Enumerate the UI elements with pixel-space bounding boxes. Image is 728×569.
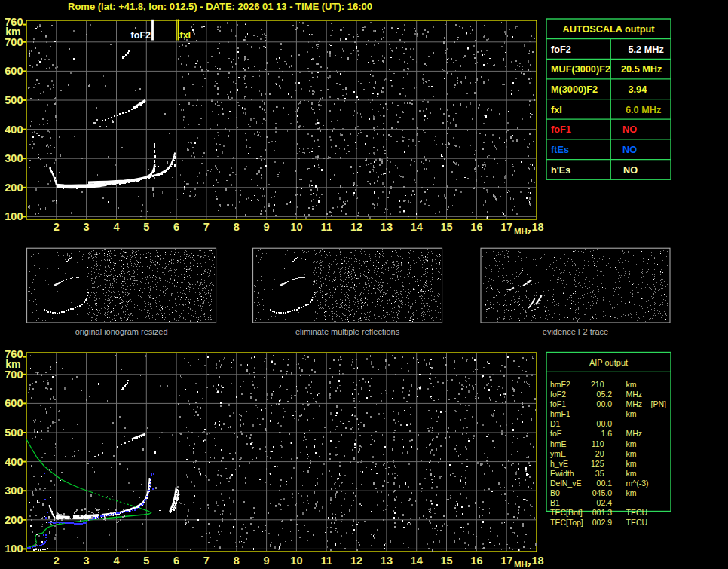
- svg-text:8: 8: [234, 221, 240, 233]
- svg-text:TECU: TECU: [626, 508, 648, 517]
- svg-text:4: 4: [113, 221, 119, 233]
- svg-text:02.4: 02.4: [597, 498, 613, 507]
- svg-text:[PN]: [PN]: [651, 399, 667, 408]
- svg-text:TEC[Bot]: TEC[Bot]: [550, 508, 583, 517]
- svg-text:002.9: 002.9: [592, 518, 612, 527]
- svg-text:Ewidth: Ewidth: [550, 469, 574, 478]
- svg-text:foF1: foF1: [551, 124, 571, 135]
- svg-text:3: 3: [84, 221, 90, 233]
- svg-text:foF2: foF2: [550, 390, 566, 399]
- svg-text:300: 300: [5, 152, 23, 164]
- svg-text:MHz: MHz: [626, 399, 643, 408]
- svg-text:14: 14: [411, 221, 423, 233]
- svg-text:foF1: foF1: [550, 399, 566, 408]
- svg-text:fxI: fxI: [551, 105, 562, 115]
- svg-text:5.2 MHz: 5.2 MHz: [629, 44, 664, 55]
- svg-text:NO: NO: [623, 165, 638, 176]
- svg-text:B1: B1: [550, 498, 560, 507]
- svg-text:TEC[Top]: TEC[Top]: [550, 518, 583, 527]
- svg-text:125: 125: [591, 459, 604, 468]
- svg-text:MHz: MHz: [626, 429, 643, 438]
- svg-text:6: 6: [173, 221, 179, 233]
- svg-text:11: 11: [321, 555, 332, 567]
- svg-text:5: 5: [143, 555, 149, 567]
- svg-text:evidence F2 trace: evidence F2 trace: [543, 327, 608, 336]
- svg-text:km: km: [626, 439, 637, 448]
- svg-text:18: 18: [531, 555, 543, 567]
- svg-text:13: 13: [381, 221, 393, 233]
- svg-text:35: 35: [595, 469, 604, 478]
- svg-text:Rome (lat: +41.8, lon: 012.5): Rome (lat: +41.8, lon: 012.5) - DATE: 20…: [68, 1, 372, 12]
- svg-text:original ionogram resized: original ionogram resized: [75, 327, 168, 336]
- svg-text:6.0 MHz: 6.0 MHz: [626, 105, 661, 115]
- svg-text:20.5 MHz: 20.5 MHz: [621, 64, 662, 75]
- svg-text:12: 12: [350, 221, 362, 233]
- svg-text:M(3000)F2: M(3000)F2: [551, 84, 598, 95]
- svg-text:7: 7: [203, 555, 210, 567]
- svg-text:h_vE: h_vE: [550, 459, 568, 468]
- svg-text:05.2: 05.2: [597, 390, 613, 399]
- svg-text:700: 700: [5, 36, 23, 48]
- svg-text:300: 300: [5, 485, 23, 497]
- svg-text:600: 600: [5, 397, 23, 409]
- svg-text:3: 3: [84, 555, 90, 567]
- svg-text:AIP output: AIP output: [589, 358, 628, 367]
- svg-text:400: 400: [5, 124, 23, 136]
- svg-text:9: 9: [264, 221, 270, 233]
- svg-text:110: 110: [592, 439, 604, 448]
- svg-text:DelN_vE: DelN_vE: [550, 479, 581, 488]
- svg-text:MHz: MHz: [626, 390, 643, 399]
- svg-text:km: km: [626, 449, 637, 458]
- svg-text:7: 7: [203, 221, 210, 233]
- svg-text:045.0: 045.0: [592, 488, 612, 497]
- svg-text:m^(-3): m^(-3): [626, 479, 649, 488]
- svg-text:16: 16: [470, 555, 482, 567]
- svg-text:km: km: [626, 380, 637, 389]
- svg-text:400: 400: [5, 456, 23, 468]
- svg-text:200: 200: [5, 182, 23, 194]
- svg-text:10: 10: [290, 221, 302, 233]
- svg-text:14: 14: [411, 555, 423, 567]
- svg-text:10: 10: [290, 555, 302, 567]
- svg-text:500: 500: [5, 94, 23, 106]
- svg-text:ymE: ymE: [550, 449, 566, 458]
- svg-text:6: 6: [173, 555, 179, 567]
- svg-text:B0: B0: [550, 488, 560, 497]
- svg-text:700: 700: [5, 369, 23, 381]
- svg-text:9: 9: [264, 555, 270, 567]
- svg-text:200: 200: [5, 514, 23, 526]
- svg-text:100: 100: [5, 543, 23, 555]
- svg-text:eliminate multiple reflections: eliminate multiple reflections: [295, 327, 400, 336]
- svg-text:15: 15: [440, 555, 452, 567]
- svg-text:MUF(3000)F2: MUF(3000)F2: [551, 64, 610, 75]
- svg-text:km: km: [626, 409, 637, 418]
- svg-text:12: 12: [350, 555, 362, 567]
- svg-text:5: 5: [143, 221, 149, 233]
- svg-text:foE: foE: [550, 429, 562, 438]
- svg-text:D1: D1: [550, 419, 561, 428]
- svg-text:NO: NO: [622, 145, 637, 155]
- svg-text:hmF1: hmF1: [550, 409, 570, 418]
- svg-text:MHz: MHz: [514, 227, 532, 236]
- svg-text:100: 100: [5, 210, 23, 222]
- svg-text:16: 16: [470, 221, 482, 233]
- svg-text:17: 17: [500, 555, 512, 567]
- svg-text:210: 210: [591, 380, 604, 389]
- svg-text:1.6: 1.6: [601, 429, 612, 438]
- svg-text:AUTOSCALA output: AUTOSCALA output: [563, 24, 656, 35]
- svg-text:4: 4: [113, 555, 119, 567]
- svg-text:2: 2: [54, 555, 60, 567]
- svg-text:00.1: 00.1: [597, 479, 613, 488]
- svg-text:---: ---: [592, 409, 600, 418]
- svg-text:MHz: MHz: [514, 560, 532, 569]
- svg-text:11: 11: [321, 221, 332, 233]
- svg-text:fxI: fxI: [180, 30, 191, 41]
- svg-text:km: km: [626, 488, 637, 497]
- svg-text:13: 13: [381, 555, 393, 567]
- svg-text:001.3: 001.3: [592, 508, 612, 517]
- svg-text:ftEs: ftEs: [551, 145, 569, 155]
- svg-text:foF2: foF2: [551, 44, 571, 55]
- svg-text:NO: NO: [622, 124, 637, 135]
- svg-text:km: km: [626, 459, 637, 468]
- svg-text:17: 17: [500, 221, 512, 233]
